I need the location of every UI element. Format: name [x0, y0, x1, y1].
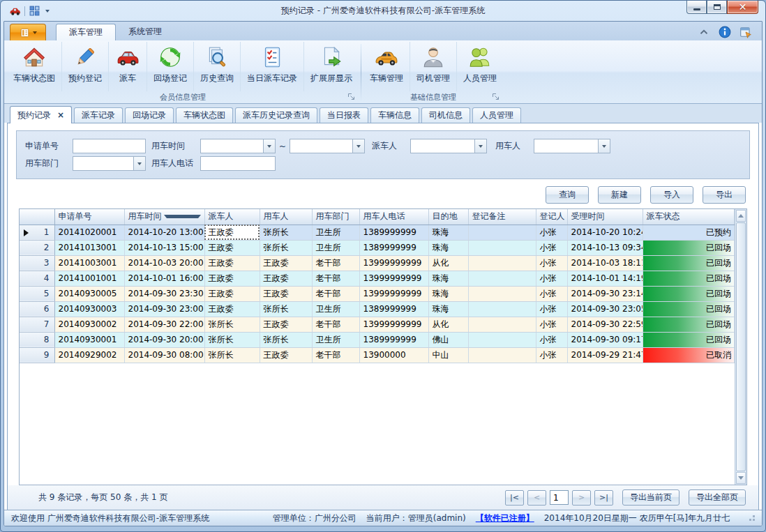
- cell-dept[interactable]: 卫生所: [312, 240, 359, 255]
- doc-tab-7[interactable]: 司机信息: [421, 107, 470, 123]
- cell-dispatcher[interactable]: 王政委: [204, 255, 260, 271]
- cell-registrar[interactable]: 小张: [536, 255, 567, 271]
- ribbon-button-recycle[interactable]: 回场登记: [147, 42, 193, 91]
- cell-note[interactable]: [468, 317, 536, 332]
- cell-accept_time[interactable]: 2014-09-30 23:14: [567, 286, 643, 301]
- cell-dept[interactable]: 卫生所: [312, 225, 359, 240]
- scrollbar-thumb[interactable]: [736, 222, 746, 471]
- cell-order_no[interactable]: 20141020001: [54, 225, 124, 240]
- cell-note[interactable]: [468, 271, 536, 286]
- column-header-note[interactable]: 登记备注: [468, 209, 536, 225]
- page-number-input[interactable]: [550, 490, 569, 505]
- table-row[interactable]: 6201409300032014-09-30 23:00王政委张所长卫生所138…: [20, 301, 735, 317]
- cell-dispatcher[interactable]: 张所长: [204, 317, 260, 332]
- row-indicator-cell[interactable]: 6: [20, 301, 54, 317]
- table-row[interactable]: 3201410030012014-10-03 20:00王政委王政委老干部139…: [20, 255, 735, 271]
- table-row[interactable]: 2201410130012014-10-13 15:00王政委张所长卫生所138…: [20, 240, 735, 255]
- cell-use_time[interactable]: 2014-10-20 13:00: [124, 225, 204, 240]
- cell-note[interactable]: [468, 286, 536, 301]
- cell-dept[interactable]: 老干部: [312, 286, 359, 301]
- quick-access-dropdown-icon[interactable]: [45, 10, 50, 13]
- cell-user[interactable]: 王政委: [260, 347, 312, 363]
- scroll-up-icon[interactable]: [736, 210, 746, 222]
- cell-phone[interactable]: 1389999999: [359, 240, 428, 255]
- chevron-down-icon[interactable]: [598, 139, 610, 153]
- license-link[interactable]: 【软件已注册】: [476, 512, 534, 524]
- cell-note[interactable]: [468, 347, 536, 363]
- quick-access-toolbar-icon[interactable]: [29, 5, 40, 17]
- cell-order_no[interactable]: 20140930002: [54, 317, 124, 332]
- ribbon-tab-dispatch-management[interactable]: 派车管理: [56, 24, 116, 40]
- cell-use_time[interactable]: 2014-09-30 20:00: [124, 332, 204, 347]
- close-tab-icon[interactable]: ×: [57, 110, 64, 120]
- dialog-launcher-icon[interactable]: [492, 93, 500, 101]
- resize-grip[interactable]: [746, 514, 755, 522]
- column-header-destination[interactable]: 目的地: [428, 209, 468, 225]
- cell-dispatcher[interactable]: 王政委: [204, 240, 260, 255]
- new-button[interactable]: 新建: [598, 186, 641, 204]
- ribbon-button-people[interactable]: 人员管理: [456, 42, 503, 91]
- cell-use_time[interactable]: 2014-09-30 23:00: [124, 301, 204, 317]
- cell-accept_time[interactable]: 2014-09-30 23:05: [567, 301, 643, 317]
- cell-phone[interactable]: 13999999999: [359, 271, 428, 286]
- doc-tab-8[interactable]: 人员管理: [472, 107, 521, 123]
- use-time-from-select[interactable]: [200, 139, 276, 153]
- chevron-down-icon[interactable]: [133, 157, 145, 170]
- cell-phone[interactable]: 13999999999: [359, 317, 428, 332]
- cell-dept[interactable]: 老干部: [312, 317, 359, 332]
- cell-user[interactable]: 王政委: [260, 286, 312, 301]
- cell-note[interactable]: [468, 301, 536, 317]
- cell-user[interactable]: 张所长: [260, 225, 312, 240]
- column-header-status[interactable]: 派车状态: [643, 209, 735, 225]
- collapse-ribbon-icon[interactable]: [698, 26, 710, 38]
- table-row[interactable]: 4201410010012014-10-01 16:00王政委王政委老干部139…: [20, 271, 735, 286]
- dispatcher-select[interactable]: [410, 139, 487, 153]
- maximize-button[interactable]: [707, 1, 727, 14]
- export-all-pages-button[interactable]: 导出全部页: [689, 489, 746, 506]
- cell-phone[interactable]: 13900000: [359, 347, 428, 363]
- cell-dispatcher[interactable]: 王政委: [204, 225, 260, 240]
- query-button[interactable]: 查询: [546, 186, 589, 204]
- cell-order_no[interactable]: 20141003001: [54, 255, 124, 271]
- cell-order_no[interactable]: 20140930001: [54, 332, 124, 347]
- cell-note[interactable]: [468, 332, 536, 347]
- table-row[interactable]: 8201409300012014-09-30 20:00张所长张所长卫生所138…: [20, 332, 735, 347]
- cell-dept[interactable]: 卫生所: [312, 301, 359, 317]
- ribbon-tab-system-management[interactable]: 系统管理: [116, 24, 174, 40]
- cell-phone[interactable]: 1389999999: [359, 301, 428, 317]
- chevron-down-icon[interactable]: [352, 139, 364, 153]
- doc-tab-1[interactable]: 派车记录: [74, 107, 123, 123]
- use-time-to-select[interactable]: [290, 139, 365, 153]
- cell-use_time[interactable]: 2014-10-03 20:00: [124, 255, 204, 271]
- ribbon-button-history-search[interactable]: 历史查询: [193, 42, 240, 91]
- cell-phone[interactable]: 1389999999: [359, 225, 428, 240]
- cell-user[interactable]: 张所长: [260, 240, 312, 255]
- column-header-use_time[interactable]: 用车时间: [124, 209, 204, 225]
- cell-dispatcher[interactable]: 张所长: [204, 347, 260, 363]
- cell-use_time[interactable]: 2014-09-30 22:00: [124, 317, 204, 332]
- import-button[interactable]: 导入: [650, 186, 693, 204]
- cell-destination[interactable]: 珠海: [428, 301, 468, 317]
- row-indicator-cell[interactable]: 9: [20, 347, 54, 363]
- cell-note[interactable]: [468, 240, 536, 255]
- cell-note[interactable]: [468, 225, 536, 240]
- column-header-dept[interactable]: 用车部门: [312, 209, 359, 225]
- row-indicator-cell[interactable]: 7: [20, 317, 54, 332]
- cell-registrar[interactable]: 小张: [536, 240, 567, 255]
- cell-user[interactable]: 张所长: [260, 332, 312, 347]
- cell-dept[interactable]: 老干部: [312, 255, 359, 271]
- doc-tab-0[interactable]: 预约记录×: [10, 106, 72, 123]
- column-header-registrar[interactable]: 登记人: [536, 209, 567, 225]
- cell-destination[interactable]: 从化: [428, 255, 468, 271]
- dialog-launcher-icon[interactable]: [347, 93, 356, 101]
- cell-status[interactable]: 已预约: [643, 225, 735, 240]
- doc-tab-5[interactable]: 当日报表: [320, 107, 368, 123]
- cell-registrar[interactable]: 小张: [536, 271, 567, 286]
- first-page-button[interactable]: |<: [505, 490, 524, 506]
- chevron-down-icon[interactable]: [263, 139, 275, 153]
- minimize-button[interactable]: [686, 1, 707, 14]
- column-header-accept_time[interactable]: 受理时间: [567, 209, 643, 225]
- cell-destination[interactable]: 珠海: [428, 286, 468, 301]
- cell-user[interactable]: 张所长: [260, 301, 312, 317]
- ribbon-button-checklist[interactable]: 当日派车记录: [240, 42, 303, 91]
